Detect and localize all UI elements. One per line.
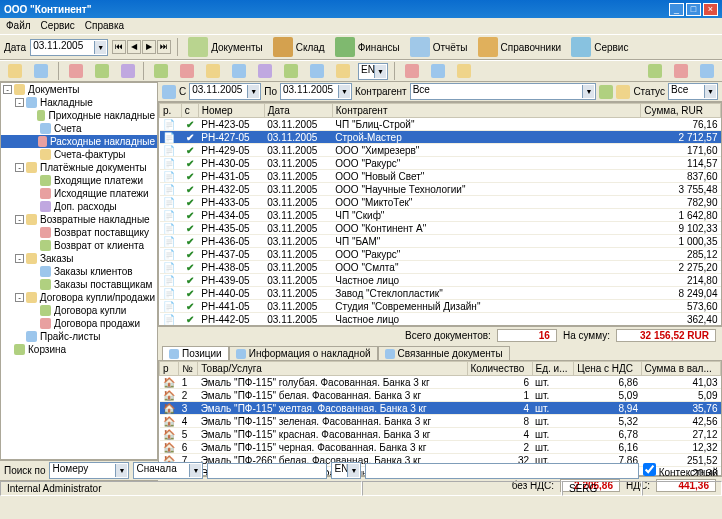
doc-row[interactable]: 📄✔PH-423-0503.11.2005ЧП "Блиц-Строй"76,1… [160,118,721,131]
icon-e[interactable] [254,63,276,79]
doc-row[interactable]: 📄✔PH-439-0503.11.2005Частное лицо214,80 [160,274,721,287]
filter-bar: С 03.11.2005 По 03.11.2005 Контрагент Вс… [158,82,722,102]
menu-Файл[interactable]: Файл [6,20,31,32]
tree-Расходные накладные[interactable]: Расходные накладные [1,135,157,148]
doc-row[interactable]: 📄✔PH-431-0503.11.2005ООО "Новый Свет"837… [160,170,721,183]
filter-kontr-combo[interactable]: Все [410,83,597,100]
tree-Возвратные накладные[interactable]: -Возвратные накладные [1,213,157,226]
search-mode-combo[interactable]: Сначала [133,462,203,479]
context-checkbox[interactable]: Контекстный [643,463,718,478]
doc-row[interactable]: 📄✔PH-435-0503.11.2005ООО "Континент А"9 … [160,222,721,235]
search-lang[interactable]: EN [331,462,361,479]
filter-status-combo[interactable]: Все [668,83,718,100]
positions-grid[interactable]: р№Товар/УслугаКоличествоЕд. и...Цена с Н… [158,360,722,476]
doc-row[interactable]: 📄✔PH-436-0503.11.2005ЧП "БАМ"1 000,35 [160,235,721,248]
tree-Договора продажи[interactable]: Договора продажи [1,317,157,330]
tree-Договора купли[interactable]: Договора купли [1,304,157,317]
icon-grid[interactable] [332,63,354,79]
filter-from-date[interactable]: 03.11.2005 [189,83,261,100]
pos-row[interactable]: 🏠6Эмаль "ПФ-115" черная. Фасованная. Бан… [160,441,721,454]
icon-calc[interactable] [306,63,328,79]
tree-Заказы клиентов[interactable]: Заказы клиентов [1,265,157,278]
icon-a[interactable] [150,63,172,79]
icon-copy[interactable] [91,63,113,79]
tree-Возврат от клиента[interactable]: Возврат от клиента [1,239,157,252]
date-picker[interactable]: 03.11.2005 [30,39,108,56]
tree-Входящие платежи[interactable]: Входящие платежи [1,174,157,187]
doc-row[interactable]: 📄✔PH-429-0503.11.2005ООО "Химрезерв"171,… [160,144,721,157]
tree-Накладные[interactable]: -Накладные [1,96,157,109]
tree-Прайс-листы[interactable]: Прайс-листы [1,330,157,343]
nav-next-icon[interactable]: ▶ [142,40,156,54]
icon-cut[interactable] [65,63,87,79]
maintab-2[interactable]: Финансы [331,36,404,58]
tree-Корзина[interactable]: Корзина [1,343,157,356]
doc-row[interactable]: 📄✔PH-430-0503.11.2005ООО "Ракурс"114,57 [160,157,721,170]
dtab-0[interactable]: Позиции [162,346,229,360]
documents-grid[interactable]: р.сНомерДатаКонтрагентСумма, RUR📄✔PH-423… [158,102,722,326]
filter-go-icon[interactable] [599,85,613,99]
search-input[interactable] [207,463,327,479]
dtab-2[interactable]: Связанные документы [378,346,510,360]
icon-new[interactable] [4,63,26,79]
dtab-1[interactable]: Информация о накладной [229,346,378,360]
pos-row[interactable]: 🏠3Эмаль "ПФ-115" желтая. Фасованная. Бан… [160,402,721,415]
pos-row[interactable]: 🏠1Эмаль "ПФ-115" голубая. Фасованная. Ба… [160,376,721,389]
doc-row[interactable]: 📄✔PH-437-0503.11.2005ООО "Ракурс"285,12 [160,248,721,261]
tree-Доп. расходы[interactable]: Доп. расходы [1,200,157,213]
nav-first-icon[interactable]: ⏮ [112,40,126,54]
minimize-button[interactable]: _ [669,3,684,16]
maintab-5[interactable]: Сервис [567,36,632,58]
icon-user[interactable] [401,63,423,79]
tree-Документы[interactable]: -Документы [1,83,157,96]
icon-help[interactable] [696,63,718,79]
tree-Договора купли/продажи[interactable]: -Договора купли/продажи [1,291,157,304]
nav-last-icon[interactable]: ⏭ [157,40,171,54]
maintab-0[interactable]: Документы [184,36,267,58]
tree-Приходные накладные[interactable]: Приходные накладные [1,109,157,122]
tree-Заказы[interactable]: -Заказы [1,252,157,265]
pos-row[interactable]: 🏠5Эмаль "ПФ-115" красная. Фасованная. Ба… [160,428,721,441]
doc-row[interactable]: 📄✔PH-442-0503.11.2005Частное лицо362,40 [160,313,721,326]
pos-row[interactable]: 🏠4Эмаль "ПФ-115" зеленая. Фасованная. Ба… [160,415,721,428]
icon-b[interactable] [176,63,198,79]
icon-open[interactable] [30,63,52,79]
icon-excel[interactable] [280,63,302,79]
tree-Возврат поставщику[interactable]: Возврат поставщику [1,226,157,239]
doc-row[interactable]: 📄✔PH-427-0503.11.2005Строй-Мастер2 712,5… [160,131,721,144]
filter-icon[interactable] [162,85,176,99]
icon-c[interactable] [202,63,224,79]
doc-row[interactable]: 📄✔PH-440-0503.11.2005Завод "Стеклопласти… [160,287,721,300]
maximize-button[interactable]: □ [686,3,701,16]
close-button[interactable]: × [703,3,718,16]
search-by-combo[interactable]: Номеру [49,462,129,479]
tree-Исходящие платежи[interactable]: Исходящие платежи [1,187,157,200]
tree-Платёжные документы[interactable]: -Платёжные документы [1,161,157,174]
tree-Счета[interactable]: Счета [1,122,157,135]
doc-row[interactable]: 📄✔PH-441-0503.11.2005Студия "Современный… [160,300,721,313]
window-titlebar: ООО "Континент" _ □ × [0,0,722,18]
icon-d[interactable] [228,63,250,79]
icon-opt1[interactable] [644,63,666,79]
menu-Справка[interactable]: Справка [85,20,124,32]
search-input2[interactable] [365,463,638,479]
maintab-4[interactable]: Справочники [474,36,566,58]
doc-row[interactable]: 📄✔PH-433-0503.11.2005ООО "МиктоТек"782,9… [160,196,721,209]
icon-key[interactable] [453,63,475,79]
nav-prev-icon[interactable]: ◀ [127,40,141,54]
icon-paste[interactable] [117,63,139,79]
tree-Заказы поставщикам[interactable]: Заказы поставщикам [1,278,157,291]
filter-to-date[interactable]: 03.11.2005 [280,83,352,100]
doc-row[interactable]: 📄✔PH-432-0503.11.2005ООО "Научные Технол… [160,183,721,196]
lang-combo[interactable]: EN [358,63,388,80]
nav-tree[interactable]: -Документы-НакладныеПриходные накладныеС… [0,82,158,460]
menu-Сервис[interactable]: Сервис [41,20,75,32]
doc-row[interactable]: 📄✔PH-438-0503.11.2005ООО "Смлта"2 275,20 [160,261,721,274]
maintab-3[interactable]: Отчёты [406,36,472,58]
icon-opt2[interactable] [670,63,692,79]
maintab-1[interactable]: Склад [269,36,329,58]
doc-row[interactable]: 📄✔PH-434-0503.11.2005ЧП "Скиф"1 642,80 [160,209,721,222]
icon-find[interactable] [427,63,449,79]
pos-row[interactable]: 🏠2Эмаль "ПФ-115" белая. Фасованная. Банк… [160,389,721,402]
tree-Счета-фактуры[interactable]: Счета-фактуры [1,148,157,161]
